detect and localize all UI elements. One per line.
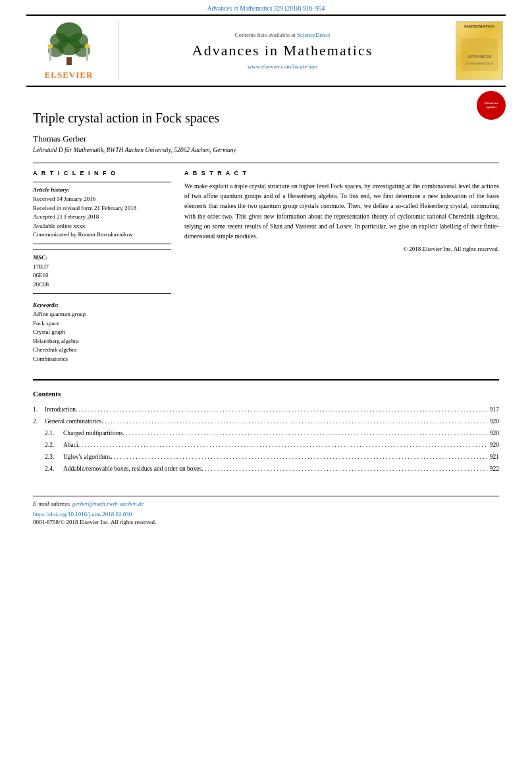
toc-dots-1: [76, 404, 487, 416]
toc-entry-2: 2. General combinatorics 920: [33, 416, 499, 428]
toc-subnum-2-1: 2.1.: [45, 428, 63, 439]
svg-rect-9: [86, 47, 88, 61]
journal-url[interactable]: www.elsevier.com/locate/aim: [248, 63, 317, 70]
divider-1: [33, 163, 499, 163]
contents-title: Contents: [33, 390, 499, 398]
toc-entry-2-2: 2.2. Abaci 920: [33, 440, 499, 452]
msc-3: 20C08: [33, 280, 171, 290]
article-info-heading: A R T I C L E I N F O: [33, 170, 171, 176]
toc-page-2-3: 921: [487, 452, 499, 463]
toc-page-2-1: 920: [487, 428, 499, 439]
journal-banner: ELSEVIER Contents lists available at Sci…: [26, 14, 506, 87]
msc-2: 06E10: [33, 271, 171, 280]
svg-point-10: [84, 44, 90, 48]
doi-line[interactable]: https://doi.org/10.1016/j.aim.2018.02.03…: [33, 511, 499, 517]
svg-rect-6: [66, 57, 72, 65]
toc-title-2: General combinatorics: [45, 416, 101, 427]
keywords-block: Keywords: Affine quantum group Fock spac…: [33, 299, 171, 366]
keyword-4: Heisenberg algebra: [33, 337, 171, 346]
toc-entry-1: 1. Introduction 917: [33, 404, 499, 416]
toc-entry-2-3: 2.3. Uglov's algorithms 921: [33, 452, 499, 463]
msc-block: MSC: 17B37 06E10 20C08: [33, 250, 171, 294]
footer-section: E-mail address: gerber@math.rwth-aachen.…: [33, 496, 499, 525]
issn-line: 0001-8708/© 2018 Elsevier Inc. All right…: [33, 519, 499, 525]
received-date: Received 14 January 2016: [33, 195, 171, 204]
accepted-date: Accepted 21 February 2018: [33, 213, 171, 222]
article-history-block: Article history: Received 14 January 201…: [33, 182, 171, 244]
svg-text:IN MATHEMATICS: IN MATHEMATICS: [466, 62, 493, 65]
cover-decoration: ADVANCES IN MATHEMATICS: [460, 28, 499, 74]
author-name: Thomas Gerber: [33, 134, 499, 144]
toc-title-2-4: Addable/removable boxes, residues and or…: [63, 463, 201, 475]
check-updates-badge: Check for updates: [477, 91, 506, 120]
toc-entry-2-1: 2.1. Charged multipartitions 920: [33, 428, 499, 440]
toc-title-1: Introduction: [45, 404, 76, 415]
tree-icon: [43, 21, 95, 67]
abstract-heading: A B S T R A C T: [184, 170, 499, 176]
msc-label: MSC:: [33, 254, 171, 261]
sciencedirect-note: Contents lists available at ScienceDirec…: [235, 32, 331, 38]
svg-rect-7: [49, 47, 51, 61]
article-title: Triple crystal action in Fock spaces: [33, 111, 499, 126]
email-label: E-mail address:: [33, 500, 70, 507]
keyword-1: Affine quantum group: [33, 310, 171, 319]
svg-point-8: [47, 44, 53, 48]
main-content: Check for updates Triple crystal action …: [0, 87, 532, 532]
toc-subnum-2-4: 2.4.: [45, 463, 63, 475]
svg-text:ADVANCES: ADVANCES: [467, 54, 491, 59]
toc-page-2-2: 920: [487, 440, 499, 451]
two-column-section: A R T I C L E I N F O Article history: R…: [33, 170, 499, 366]
keyword-6: Combinatorics: [33, 355, 171, 364]
toc-title-2-2: Abaci: [63, 440, 78, 451]
toc-num-1: 1.: [33, 404, 45, 415]
toc-subnum-2-3: 2.3.: [45, 452, 63, 463]
journal-citation: Advances in Mathematics 329 (2018) 916–9…: [0, 0, 532, 14]
toc-num-2: 2.: [33, 416, 45, 427]
elsevier-brand-text: ELSEVIER: [45, 70, 93, 80]
toc-dots-2-2: [78, 440, 487, 452]
toc-page-2-4: 922: [487, 463, 499, 475]
keyword-5: Cherednik algebra: [33, 346, 171, 355]
toc-title-2-1: Charged multipartitions: [63, 428, 122, 439]
elsevier-logo: ELSEVIER: [26, 21, 119, 80]
toc-page-2: 920: [487, 416, 499, 427]
history-label: Article history:: [33, 186, 171, 193]
keyword-2: Fock space: [33, 319, 171, 329]
toc-page-1: 917: [487, 404, 499, 415]
copyright: © 2018 Elsevier Inc. All rights reserved…: [184, 246, 499, 252]
msc-1: 17B37: [33, 263, 171, 272]
email-line: E-mail address: gerber@math.rwth-aachen.…: [33, 500, 499, 507]
communicated-by: Communicated by Roman Bezrukavnikov: [33, 230, 171, 240]
revised-date: Received in revised form 21 February 201…: [33, 204, 171, 213]
keyword-3: Crystal graph: [33, 328, 171, 337]
email-link[interactable]: gerber@math.rwth-aachen.de: [72, 500, 144, 507]
cover-image: MATHEMATICS ADVANCES IN MATHEMATICS: [456, 21, 503, 80]
article-info-column: A R T I C L E I N F O Article history: R…: [33, 170, 171, 366]
affiliation: Lehrstuhl D für Mathematik, RWTH Aachen …: [33, 147, 499, 153]
badge-circle: Check for updates: [477, 91, 506, 120]
journal-title: Advances in Mathematics: [192, 42, 373, 59]
journal-title-area: Contents lists available at ScienceDirec…: [119, 21, 446, 80]
available-date: Available online xxxx: [33, 222, 171, 231]
abstract-text: We make explicit a triple crystal struct…: [184, 182, 499, 242]
keywords-label: Keywords:: [33, 302, 171, 308]
toc-dots-2-4: [201, 463, 487, 475]
toc-entry-2-4: 2.4. Addable/removable boxes, residues a…: [33, 463, 499, 475]
contents-section: Contents 1. Introduction 917 2. General …: [33, 379, 499, 476]
abstract-column: A B S T R A C T We make explicit a tripl…: [184, 170, 499, 366]
journal-cover: MATHEMATICS ADVANCES IN MATHEMATICS: [446, 21, 506, 80]
toc-subnum-2-2: 2.2.: [45, 440, 63, 451]
toc-dots-2: [101, 416, 487, 428]
toc-dots-2-3: [111, 452, 487, 463]
toc-title-2-3: Uglov's algorithms: [63, 452, 111, 463]
sciencedirect-link[interactable]: ScienceDirect: [297, 32, 330, 38]
toc-dots-2-1: [122, 428, 487, 440]
